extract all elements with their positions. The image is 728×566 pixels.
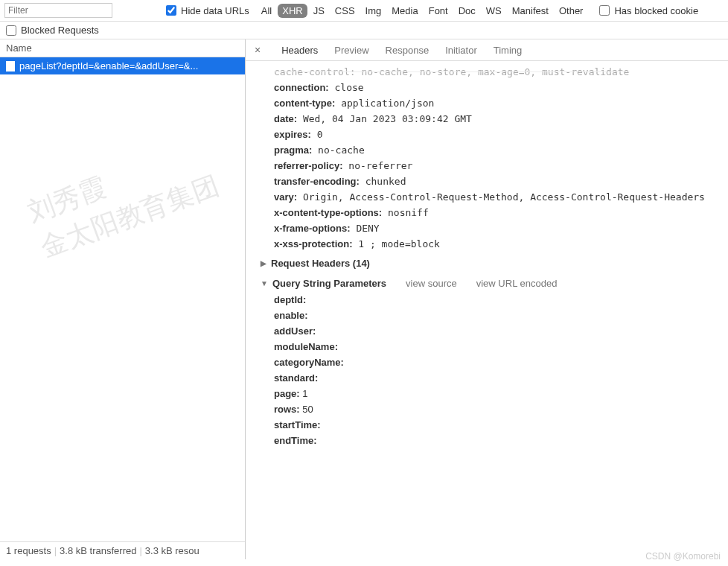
request-row[interactable]: pageList?deptId=&enable=&addUser=&... <box>0 57 245 74</box>
filter-css[interactable]: CSS <box>331 4 360 18</box>
query-param-row: rows: 50 <box>261 401 721 417</box>
query-param-row: page: 1 <box>261 386 721 401</box>
filter-manifest[interactable]: Manifest <box>508 4 553 18</box>
filter-doc[interactable]: Doc <box>454 4 480 18</box>
query-param-row: standard: <box>261 370 721 386</box>
filter-img[interactable]: Img <box>361 4 386 18</box>
filter-js[interactable]: JS <box>309 4 329 18</box>
column-header-name[interactable]: Name <box>0 39 245 57</box>
has-blocked-cookies-label: Has blocked cookie <box>614 5 698 16</box>
details-panel: × Headers Preview Response Initiator Tim… <box>246 39 728 559</box>
request-list-panel: Name pageList?deptId=&enable=&addUser=&.… <box>0 39 246 559</box>
status-bar: 1 requests | 3.8 kB transferred | 3.3 kB… <box>0 541 245 559</box>
request-list: pageList?deptId=&enable=&addUser=&... 刘秀… <box>0 57 245 541</box>
header-row: content-type: application/json <box>261 95 721 111</box>
header-row: pragma: no-cache <box>261 142 721 158</box>
header-row: x-frame-options: DENY <box>261 220 721 236</box>
status-resources: 3.3 kB resou <box>145 545 199 556</box>
toolbar-row2: Blocked Requests <box>0 22 728 39</box>
triangle-right-icon: ▶ <box>261 259 266 267</box>
header-row: date: Wed, 04 Jan 2023 03:09:42 GMT <box>261 111 721 127</box>
close-icon[interactable]: × <box>249 39 266 60</box>
blocked-requests-checkbox[interactable] <box>6 25 16 36</box>
hide-data-urls-label: Hide data URLs <box>181 5 249 16</box>
main-split: Name pageList?deptId=&enable=&addUser=&.… <box>0 39 728 559</box>
header-row: referrer-policy: no-referrer <box>261 158 721 174</box>
filter-other[interactable]: Other <box>555 4 588 18</box>
tab-timing[interactable]: Timing <box>492 40 524 60</box>
header-row: vary: Origin, Access-Control-Request-Met… <box>261 189 721 205</box>
header-row: expires: 0 <box>261 127 721 142</box>
has-blocked-cookies-checkbox[interactable] <box>599 5 610 16</box>
request-name: pageList?deptId=&enable=&addUser=&... <box>19 60 198 71</box>
query-param-row: addUser: <box>261 323 721 339</box>
query-param-row: startTime: <box>261 417 721 433</box>
view-url-encoded-link[interactable]: view URL encoded <box>476 278 558 289</box>
header-row: x-xss-protection: 1 ; mode=block <box>261 236 721 252</box>
tab-headers[interactable]: Headers <box>280 40 319 60</box>
csdn-watermark: CSDN @Komorebi <box>645 551 721 562</box>
type-filters: AllXHRJSCSSImgMediaFontDocWSManifestOthe… <box>257 4 588 18</box>
toolbar: Hide data URLs AllXHRJSCSSImgMediaFontDo… <box>0 0 728 22</box>
document-icon <box>6 61 15 71</box>
section-request-headers[interactable]: ▶ Request Headers (14) <box>261 252 721 272</box>
filter-all[interactable]: All <box>257 4 276 18</box>
header-row: x-content-type-options: nosniff <box>261 205 721 220</box>
filter-font[interactable]: Font <box>424 4 453 18</box>
filter-xhr[interactable]: XHR <box>278 4 307 18</box>
query-param-row: moduleName: <box>261 339 721 354</box>
status-requests: 1 requests <box>6 545 51 556</box>
tab-response[interactable]: Response <box>384 40 431 60</box>
tab-preview[interactable]: Preview <box>333 40 370 60</box>
header-row-cut: cache-control: no-cache, no-store, max-a… <box>261 64 721 80</box>
status-transferred: 3.8 kB transferred <box>60 545 136 556</box>
filter-input[interactable] <box>4 3 112 18</box>
header-row: connection: close <box>261 80 721 95</box>
headers-detail: cache-control: no-cache, no-store, max-a… <box>246 61 728 559</box>
filter-ws[interactable]: WS <box>482 4 506 18</box>
detail-tabs: × Headers Preview Response Initiator Tim… <box>246 39 728 61</box>
query-param-row: enable: <box>261 308 721 323</box>
header-row: transfer-encoding: chunked <box>261 174 721 189</box>
blocked-requests-label: Blocked Requests <box>21 25 99 36</box>
tab-initiator[interactable]: Initiator <box>444 40 479 60</box>
query-param-row: categoryName: <box>261 354 721 370</box>
section-query-params[interactable]: ▼ Query String Parameters view source vi… <box>261 272 721 292</box>
view-source-link[interactable]: view source <box>406 278 457 289</box>
hide-data-urls-checkbox[interactable] <box>166 5 176 16</box>
query-param-row: deptId: <box>261 292 721 308</box>
triangle-down-icon: ▼ <box>261 279 268 287</box>
filter-media[interactable]: Media <box>387 4 422 18</box>
watermark: 刘秀霞 金太阳教育集团 <box>22 132 224 267</box>
query-param-row: endTime: <box>261 433 721 448</box>
